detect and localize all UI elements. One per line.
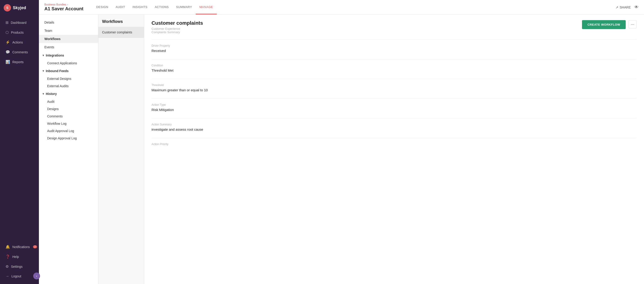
menu-section-integrations-label: Integrations [46,54,64,57]
settings-icon: ⚙ [6,264,9,269]
detail-action-priority: Action Priority [152,142,637,146]
menu-item-team[interactable]: Team [39,26,98,35]
history-chevron-icon: ▾ [42,92,44,96]
tab-actions[interactable]: ACTIONS [151,0,172,14]
menu-item-audit[interactable]: Audit [39,98,98,105]
sidebar-item-actions-label: Actions [12,40,23,44]
header-left: Business Bundles › A1 Saver Account [44,3,83,12]
divider-6 [152,138,637,138]
menu-item-audit-approval-log[interactable]: Audit Approval Log [39,127,98,134]
tab-summary[interactable]: SUMMARY [172,0,196,14]
tab-insights[interactable]: INSIGHTS [129,0,151,14]
inbound-feeds-chevron-icon: ▾ [42,69,44,72]
menu-section-history[interactable]: ▾ History [39,90,98,98]
breadcrumb[interactable]: Business Bundles › [44,3,83,6]
threshold-value: Maximum greater than or equal to 10 [152,88,637,92]
left-panel: Details Team Workflows Events ▾ Integrat… [39,15,98,284]
sidebar-item-reports[interactable]: 📊 Reports [2,57,37,66]
eye-button[interactable]: 👁 [634,5,638,10]
detail-threshold: Threshold Maximum greater than or equal … [152,84,637,92]
integrations-chevron-icon: ▾ [42,54,44,57]
condition-value: Threshold Met [152,68,637,72]
sidebar-item-logout[interactable]: → Logout [2,272,37,281]
workflow-title-group: Customer complaints Customer Experience … [152,20,203,34]
menu-item-details[interactable]: Details [39,18,98,26]
divider-4 [152,98,637,99]
sidebar-item-comments[interactable]: 💬 Comments [2,47,37,57]
notifications-icon: 🔔 [6,245,10,249]
driver-property-label: Driver Property [152,44,637,47]
sidebar-item-notifications-label: Notifications [12,245,30,249]
help-icon: ❓ [6,254,10,259]
page-title: A1 Saver Account [44,6,83,12]
tab-manage[interactable]: MANAGE [196,0,216,14]
menu-item-external-designs[interactable]: External Designs [39,75,98,82]
three-dots-button[interactable]: ··· [628,20,637,28]
share-icon: ↗ [616,6,618,9]
menu-section-inbound-feeds-label: Inbound Feeds [46,69,69,73]
sidebar-nav: ⊞ Dashboard ⬡ Products ⚡ Actions 💬 Comme… [0,16,39,240]
share-button[interactable]: ↗ SHARE [616,6,631,9]
action-type-label: Action Type [152,103,637,106]
menu-item-workflows[interactable]: Workflows [39,35,98,43]
menu-item-workflow-log[interactable]: Workflow Log [39,120,98,127]
menu-section-integrations[interactable]: ▾ Integrations [39,51,98,60]
sidebar-item-help[interactable]: ❓ Help [2,252,37,261]
action-type-value: Risk Mitigation [152,108,637,112]
sidebar-item-settings-label: Settings [11,265,23,268]
detail-action-summary: Action Summary investigate and assess ro… [152,123,637,131]
sidebar-item-logout-label: Logout [12,274,21,278]
action-summary-label: Action Summary [152,123,637,126]
actions-icon: ⚡ [6,40,10,44]
logo-text: Skyjed [13,6,26,10]
tab-design[interactable]: DESIGN [92,0,112,14]
notifications-badge: 2 [33,245,37,248]
content-area: Details Team Workflows Events ▾ Integrat… [39,15,644,284]
top-header: Business Bundles › A1 Saver Account DESI… [39,0,644,15]
sidebar-item-notifications[interactable]: 🔔 Notifications 2 [2,242,37,252]
workflow-detail-panel: Customer complaints Customer Experience … [144,15,644,284]
panel-menu: Details Team Workflows Events ▾ Integrat… [39,15,98,146]
logo[interactable]: S Skyjed [0,0,39,16]
menu-item-design-approval-log[interactable]: Design Approval Log [39,134,98,142]
sidebar-item-dashboard-label: Dashboard [11,21,26,24]
header-tabs: DESIGN AUDIT INSIGHTS ACTIONS SUMMARY MA… [92,0,616,14]
action-summary-value: investigate and assess root cause [152,128,637,131]
detail-driver-property: Driver Property Received [152,44,637,53]
sidebar-item-dashboard[interactable]: ⊞ Dashboard [2,18,37,27]
sidebar-item-settings[interactable]: ⚙ Settings [2,262,37,271]
sidebar-item-comments-label: Comments [12,50,28,54]
products-icon: ⬡ [6,30,9,34]
workflow-list-item[interactable]: Customer complaints [98,27,144,38]
header-actions: ↗ SHARE 👁 [616,5,638,10]
create-workflow-button[interactable]: CREATE WORKFLOW [582,20,626,29]
workflow-subtitle-line2: Complaints Summary [152,30,203,34]
menu-item-external-audits[interactable]: External Audits [39,82,98,90]
menu-item-events[interactable]: Events [39,43,98,51]
sidebar-collapse-button[interactable]: ‹ [33,272,40,280]
sidebar-item-products-label: Products [11,31,24,34]
driver-property-value: Received [152,49,637,53]
menu-section-inbound-feeds[interactable]: ▾ Inbound Feeds [39,67,98,75]
condition-label: Condition [152,64,637,67]
menu-item-comments[interactable]: Comments [39,112,98,120]
workflow-detail-header: Customer complaints Customer Experience … [152,20,637,34]
menu-item-designs[interactable]: Designs [39,105,98,112]
divider-2 [152,59,637,59]
workflow-name: Customer complaints [152,20,203,26]
logout-icon: → [6,274,9,278]
sidebar-item-products[interactable]: ⬡ Products [2,28,37,37]
workflow-header-actions: CREATE WORKFLOW ··· [582,20,637,29]
menu-item-connect-applications[interactable]: Connect Applications [39,60,98,67]
tab-audit[interactable]: AUDIT [112,0,129,14]
sidebar: S Skyjed ⊞ Dashboard ⬡ Products ⚡ Action… [0,0,39,284]
action-priority-label: Action Priority [152,142,637,146]
share-label: SHARE [620,6,631,9]
menu-section-history-label: History [46,92,57,96]
divider-1 [152,39,637,40]
sidebar-item-actions[interactable]: ⚡ Actions [2,38,37,47]
comments-icon: 💬 [6,50,10,54]
sidebar-item-help-label: Help [12,255,19,258]
dashboard-icon: ⊞ [6,20,8,25]
sidebar-item-reports-label: Reports [12,60,24,64]
